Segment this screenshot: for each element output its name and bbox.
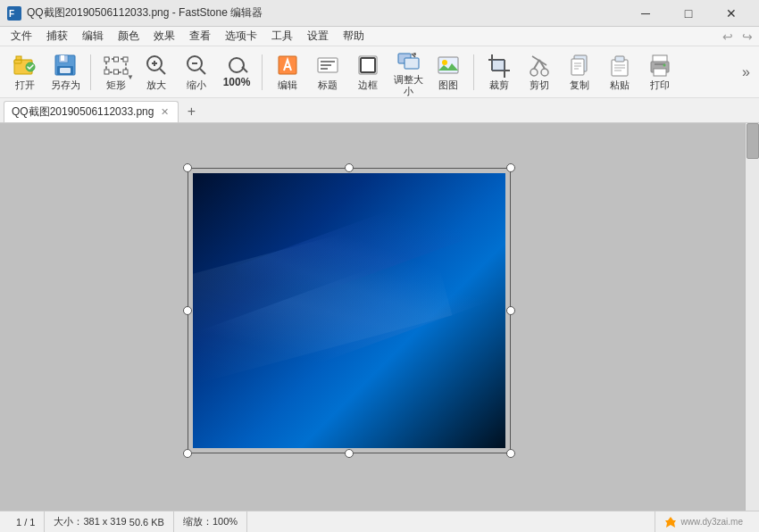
close-button[interactable]: ✕ bbox=[711, 0, 752, 27]
handle-middle-left[interactable] bbox=[183, 306, 192, 315]
zoomin-label: 放大 bbox=[146, 79, 166, 90]
zoomout-icon bbox=[184, 53, 209, 78]
toolbar: 打开 另存为 bbox=[0, 46, 759, 98]
print-label: 打印 bbox=[650, 79, 670, 90]
open-button[interactable]: 打开 bbox=[5, 49, 45, 96]
toolbar-group-edit: 编辑 标题 边框 bbox=[268, 49, 468, 96]
svg-point-38 bbox=[442, 60, 447, 65]
svg-rect-13 bbox=[114, 57, 119, 62]
border-button[interactable]: 边框 bbox=[348, 49, 388, 96]
tab-1[interactable]: QQ截图20190506112033.png ✕ bbox=[4, 101, 179, 122]
toolbar-group-file: 打开 另存为 bbox=[5, 49, 85, 96]
svg-rect-36 bbox=[405, 58, 419, 69]
crop-label: 裁剪 bbox=[489, 79, 509, 90]
selection-box bbox=[188, 168, 511, 453]
tab-1-label: QQ截图20190506112033.png bbox=[12, 104, 154, 120]
cut-button[interactable]: 剪切 bbox=[520, 49, 559, 96]
file-size: 50.6 KB bbox=[129, 517, 164, 528]
edit-icon bbox=[275, 53, 300, 78]
svg-rect-10 bbox=[60, 68, 71, 73]
maximize-button[interactable]: □ bbox=[668, 0, 709, 27]
menu-bar: 文件 捕获 编辑 颜色 效果 查看 选项卡 工具 设置 帮助 ↩ ↪ bbox=[0, 27, 759, 46]
zoomin-button[interactable]: 放大 bbox=[137, 49, 176, 96]
svg-line-24 bbox=[200, 69, 205, 74]
status-page: 1 / 1 bbox=[7, 511, 45, 532]
edit-button[interactable]: 编辑 bbox=[268, 49, 307, 96]
svg-rect-37 bbox=[438, 57, 458, 73]
image-label: 图图 bbox=[438, 79, 458, 90]
rect-label: 矩形 bbox=[106, 79, 126, 90]
image-preview bbox=[193, 173, 505, 448]
handle-bottom-right[interactable] bbox=[506, 449, 515, 458]
zoom100-display: 100% bbox=[217, 49, 256, 96]
image-icon bbox=[436, 53, 461, 78]
paste-label: 粘贴 bbox=[610, 79, 630, 90]
paste-button[interactable]: 粘贴 bbox=[600, 49, 639, 96]
svg-rect-43 bbox=[492, 60, 505, 71]
rect-button[interactable]: 矩形 ▼ bbox=[96, 49, 136, 96]
menu-file[interactable]: 文件 bbox=[4, 27, 39, 46]
title-button[interactable]: 标题 bbox=[308, 49, 347, 96]
toolbar-expand-button[interactable]: » bbox=[738, 61, 754, 84]
svg-line-48 bbox=[532, 56, 546, 65]
open-label: 打开 bbox=[15, 79, 35, 90]
status-website: www.dy3zai.me bbox=[655, 511, 752, 532]
cut-label: 剪切 bbox=[530, 79, 549, 90]
zoomout-label: 缩小 bbox=[187, 79, 206, 90]
status-size: 大小：381 x 319 50.6 KB bbox=[45, 511, 174, 532]
handle-top-middle[interactable] bbox=[345, 163, 354, 172]
svg-rect-14 bbox=[123, 57, 128, 62]
menu-capture[interactable]: 捕获 bbox=[39, 27, 75, 46]
page-label: 1 / 1 bbox=[16, 517, 35, 528]
handle-bottom-left[interactable] bbox=[183, 449, 192, 458]
vertical-scrollbar[interactable] bbox=[745, 123, 759, 511]
menu-help[interactable]: 帮助 bbox=[336, 27, 371, 46]
saveas-button[interactable]: 另存为 bbox=[46, 49, 85, 96]
size-label: 大小：381 x 319 bbox=[54, 515, 126, 528]
svg-line-46 bbox=[534, 60, 539, 69]
menu-edit[interactable]: 编辑 bbox=[75, 27, 111, 46]
title-label: 标题 bbox=[318, 79, 338, 90]
svg-point-45 bbox=[541, 69, 548, 76]
border-icon bbox=[355, 53, 380, 78]
menu-view[interactable]: 查看 bbox=[182, 27, 218, 46]
handle-top-right[interactable] bbox=[506, 163, 515, 172]
menu-tool[interactable]: 工具 bbox=[264, 27, 300, 46]
saveas-icon bbox=[53, 53, 78, 78]
zoom-value: 100% bbox=[223, 76, 251, 88]
website-text: www.dy3zai.me bbox=[664, 516, 743, 528]
app-icon: F bbox=[7, 6, 21, 21]
resize-button[interactable]: 调整大小 bbox=[388, 49, 428, 96]
edit-label: 编辑 bbox=[278, 79, 297, 90]
image-button[interactable]: 图图 bbox=[429, 49, 468, 96]
handle-top-left[interactable] bbox=[183, 163, 192, 172]
copy-label: 复制 bbox=[570, 79, 589, 90]
handle-middle-right[interactable] bbox=[506, 306, 515, 315]
redo-button[interactable]: ↪ bbox=[739, 29, 755, 44]
svg-marker-64 bbox=[665, 517, 676, 528]
window-controls: ─ □ ✕ bbox=[625, 0, 752, 27]
print-button[interactable]: 打印 bbox=[640, 49, 680, 96]
menu-tab[interactable]: 选项卡 bbox=[218, 27, 264, 46]
tab-add-button[interactable]: + bbox=[180, 101, 202, 122]
menu-color[interactable]: 颜色 bbox=[111, 27, 146, 46]
scrollbar-thumb[interactable] bbox=[746, 123, 759, 159]
copy-button[interactable]: 复制 bbox=[560, 49, 599, 96]
tab-1-close[interactable]: ✕ bbox=[159, 105, 171, 119]
minimize-button[interactable]: ─ bbox=[625, 0, 666, 27]
zoomout-button[interactable]: 缩小 bbox=[177, 49, 216, 96]
title-icon bbox=[315, 53, 340, 78]
menu-effect[interactable]: 效果 bbox=[146, 27, 182, 46]
open-icon bbox=[13, 53, 38, 78]
handle-bottom-middle[interactable] bbox=[345, 449, 354, 458]
status-zoom: 缩放：100% bbox=[174, 511, 247, 532]
menu-settings[interactable]: 设置 bbox=[300, 27, 336, 46]
cut-icon bbox=[527, 53, 552, 78]
saveas-label: 另存为 bbox=[51, 79, 80, 90]
undo-button[interactable]: ↩ bbox=[720, 29, 736, 44]
svg-rect-15 bbox=[104, 70, 109, 74]
crop-button[interactable]: 裁剪 bbox=[480, 49, 519, 96]
canvas-area bbox=[0, 123, 759, 511]
window-title: QQ截图20190506112033.png - FastStone 编辑器 bbox=[27, 5, 625, 21]
svg-line-21 bbox=[160, 69, 165, 74]
